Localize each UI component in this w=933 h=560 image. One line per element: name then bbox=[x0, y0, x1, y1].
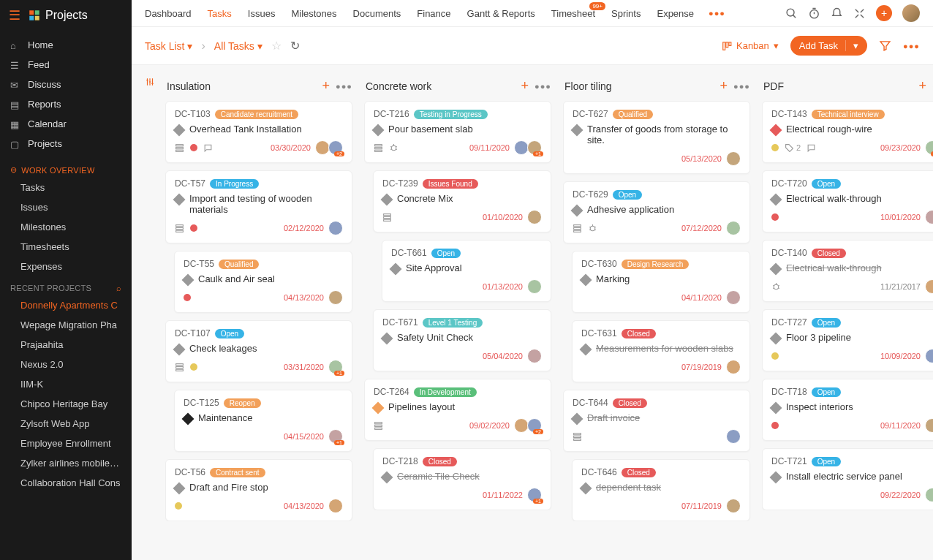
task-card[interactable]: DC-T107Open Check leakages 03/31/2020 bbox=[165, 320, 352, 382]
tools-icon[interactable] bbox=[853, 7, 866, 20]
assignee-avatar[interactable] bbox=[328, 221, 343, 235]
recent-project-item[interactable]: IIM-K bbox=[0, 374, 132, 394]
global-add-button[interactable]: + bbox=[876, 5, 892, 21]
assignee-avatar[interactable] bbox=[925, 488, 933, 502]
assignee-avatar[interactable] bbox=[328, 429, 343, 444]
column-more-icon[interactable]: ●●● bbox=[733, 82, 750, 91]
recent-project-item[interactable]: Collaboration Hall Cons bbox=[0, 473, 132, 493]
task-list-dropdown[interactable]: Task List ▾ bbox=[145, 40, 192, 52]
task-card[interactable]: DC-T718Open Inspect interiors 09/11/2020 bbox=[762, 379, 933, 441]
recent-project-item[interactable]: Zylsoft Web App bbox=[0, 414, 132, 434]
task-card[interactable]: DC-T264In Development Pipelines layout 0… bbox=[364, 379, 551, 441]
assignee-avatar[interactable] bbox=[328, 290, 343, 305]
task-card[interactable]: DC-T631Closed Measurements for wooden sl… bbox=[572, 320, 750, 382]
task-card[interactable]: DC-T644Closed Draft invoice bbox=[563, 390, 750, 452]
assignee-avatar[interactable] bbox=[925, 349, 933, 363]
assignee-avatar[interactable] bbox=[527, 140, 542, 155]
task-card[interactable]: DC-T720Open Electrical walk-through 10/0… bbox=[762, 170, 933, 232]
tab-gantt & reports[interactable]: Gantt & Reports bbox=[467, 8, 535, 19]
nav-feed[interactable]: ☰Feed bbox=[0, 55, 132, 75]
recent-project-item[interactable]: Nexus 2.0 bbox=[0, 355, 132, 374]
assignee-avatar[interactable] bbox=[726, 151, 741, 166]
search-icon[interactable] bbox=[785, 7, 798, 20]
nav-discuss[interactable]: ✉Discuss bbox=[0, 75, 132, 94]
assignee-avatar[interactable] bbox=[726, 360, 741, 374]
assignee-avatar[interactable] bbox=[925, 210, 933, 224]
tab-finance[interactable]: Finance bbox=[417, 8, 450, 19]
task-card[interactable]: DC-T143Technical interview Electrical ro… bbox=[762, 101, 933, 163]
all-tasks-dropdown[interactable]: All Tasks ▾ bbox=[214, 40, 262, 52]
overview-milestones[interactable]: Milestones bbox=[0, 217, 132, 237]
assignee-avatar[interactable] bbox=[527, 210, 542, 224]
recent-project-item[interactable]: Employee Enrollment bbox=[0, 434, 132, 453]
column-more-icon[interactable]: ●●● bbox=[336, 82, 352, 91]
hamburger-icon[interactable]: ☰ bbox=[9, 7, 20, 23]
task-card[interactable]: DC-T630Design Research Marking 04/11/202… bbox=[572, 251, 750, 313]
task-card[interactable]: DC-T125Reopen Maintenance 04/15/2020 bbox=[174, 390, 352, 452]
recent-project-item[interactable]: Donnelly Apartments C bbox=[0, 295, 132, 315]
task-card[interactable]: DC-T57In Progress Import and testing of … bbox=[165, 170, 352, 243]
assignee-avatar[interactable] bbox=[527, 488, 542, 502]
assignee-avatar[interactable] bbox=[925, 418, 933, 433]
assignee-avatar[interactable] bbox=[726, 221, 741, 235]
task-card[interactable]: DC-T629Open Adhesive application 07/12/2… bbox=[563, 181, 750, 243]
tab-expense[interactable]: Expense bbox=[657, 8, 694, 19]
nav-calendar[interactable]: ▦Calendar bbox=[0, 114, 132, 134]
view-switcher[interactable]: Kanban ▾ bbox=[722, 40, 779, 51]
add-card-button[interactable]: + bbox=[720, 78, 728, 94]
column-more-icon[interactable]: ●●● bbox=[535, 82, 551, 91]
assignee-avatar[interactable] bbox=[315, 140, 330, 155]
task-card[interactable]: DC-T671Level 1 Testing Safety Unit Check… bbox=[373, 309, 551, 371]
more-actions-icon[interactable]: ●●● bbox=[903, 42, 920, 50]
task-card[interactable]: DC-T218Closed Ceramic Tile Check 01/11/2… bbox=[373, 448, 551, 510]
logo[interactable]: Projects bbox=[28, 9, 88, 22]
assignee-avatar[interactable] bbox=[527, 349, 542, 363]
task-card[interactable]: DC-T646Closed dependent task 07/11/2019 bbox=[572, 459, 750, 521]
bell-icon[interactable] bbox=[831, 7, 843, 20]
board-settings-icon[interactable] bbox=[145, 75, 155, 550]
star-icon[interactable]: ☆ bbox=[271, 39, 282, 53]
assignee-avatar[interactable] bbox=[328, 360, 343, 374]
tab-issues[interactable]: Issues bbox=[248, 8, 276, 19]
tab-tasks[interactable]: Tasks bbox=[208, 8, 232, 19]
assignee-avatar[interactable] bbox=[328, 140, 343, 155]
recent-project-item[interactable]: Wepage Migration Pha bbox=[0, 315, 132, 335]
assignee-avatar[interactable] bbox=[726, 499, 741, 513]
tab-milestones[interactable]: Milestones bbox=[291, 8, 336, 19]
add-task-dropdown[interactable]: ▾ bbox=[845, 40, 858, 51]
nav-reports[interactable]: ▤Reports bbox=[0, 94, 132, 114]
refresh-icon[interactable]: ↻ bbox=[290, 39, 300, 53]
add-task-button[interactable]: Add Task▾ bbox=[790, 36, 867, 56]
add-card-button[interactable]: + bbox=[521, 78, 529, 94]
task-card[interactable]: DC-T661Open Site Approval 01/13/2020 bbox=[382, 240, 551, 302]
overview-expenses[interactable]: Expenses bbox=[0, 257, 132, 276]
tab-timesheet[interactable]: Timesheet99+ bbox=[551, 8, 595, 19]
assignee-avatar[interactable] bbox=[514, 418, 529, 433]
more-tabs-icon[interactable]: ●●● bbox=[709, 9, 725, 18]
overview-tasks[interactable]: Tasks bbox=[0, 178, 132, 197]
assignee-avatar[interactable] bbox=[925, 279, 933, 294]
timer-icon[interactable] bbox=[808, 7, 820, 20]
task-card[interactable]: DC-T103Candidate recruitment Overhead Ta… bbox=[165, 101, 352, 163]
recent-project-item[interactable]: Chipco Heritage Bay bbox=[0, 394, 132, 414]
filter-icon[interactable] bbox=[879, 39, 891, 52]
assignee-avatar[interactable] bbox=[527, 418, 542, 433]
add-card-button[interactable]: + bbox=[322, 78, 330, 94]
task-card[interactable]: DC-T140Closed Electrical walk-through 11… bbox=[762, 240, 933, 302]
task-card[interactable]: DC-T56Contract sent Draft and Fire stop … bbox=[165, 459, 352, 521]
nav-home[interactable]: ⌂Home bbox=[0, 35, 132, 55]
task-card[interactable]: DC-T239Issues Found Concrete Mix 01/10/2… bbox=[373, 170, 551, 232]
overview-timesheets[interactable]: Timesheets bbox=[0, 237, 132, 257]
recent-project-item[interactable]: Prajaahita bbox=[0, 335, 132, 355]
assignee-avatar[interactable] bbox=[527, 279, 542, 294]
task-card[interactable]: DC-T721Open Install electric service pan… bbox=[762, 448, 933, 510]
assignee-avatar[interactable] bbox=[726, 429, 741, 444]
tab-documents[interactable]: Documents bbox=[353, 8, 401, 19]
task-card[interactable]: DC-T55Qualified Caulk and Air seal 04/13… bbox=[174, 251, 352, 313]
tab-dashboard[interactable]: Dashboard bbox=[145, 8, 192, 19]
search-projects-icon[interactable]: ⌕ bbox=[116, 284, 121, 292]
tab-sprints[interactable]: Sprints bbox=[611, 8, 641, 19]
task-card[interactable]: DC-T627Qualified Transfer of goods from … bbox=[563, 101, 750, 174]
user-avatar[interactable] bbox=[902, 4, 920, 22]
assignee-avatar[interactable] bbox=[925, 140, 933, 155]
